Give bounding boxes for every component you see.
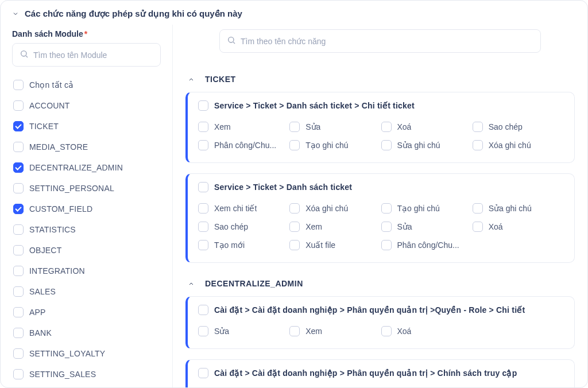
permission-item[interactable]: Sửa	[198, 322, 289, 340]
permission-label: Xem	[214, 122, 231, 131]
chevron-up-icon[interactable]	[188, 76, 195, 83]
module-checkbox[interactable]	[13, 245, 24, 255]
module-checkbox[interactable]	[13, 348, 24, 359]
permission-checkbox[interactable]	[289, 326, 300, 336]
chevron-up-icon[interactable]	[188, 280, 195, 287]
permission-item[interactable]: Xóa ghi chú	[473, 136, 564, 154]
permission-checkbox[interactable]	[198, 122, 208, 132]
permission-item[interactable]: Sao chép	[198, 218, 289, 236]
permission-checkbox[interactable]	[473, 122, 483, 132]
permission-checkbox[interactable]	[381, 326, 392, 336]
module-checkbox[interactable]	[13, 80, 24, 90]
permission-checkbox[interactable]	[473, 203, 483, 214]
permission-checkbox[interactable]	[381, 240, 392, 250]
module-search-input[interactable]	[12, 43, 161, 67]
module-checkbox[interactable]	[13, 369, 24, 379]
permission-checkbox[interactable]	[289, 122, 300, 132]
module-item[interactable]: OBJECT	[12, 241, 161, 259]
permission-checkbox[interactable]	[381, 140, 392, 150]
module-item[interactable]: TICKET	[12, 117, 161, 135]
module-item[interactable]: APP	[12, 303, 161, 321]
section-header[interactable]: DECENTRALIZE_ADMIN	[185, 273, 575, 296]
permission-item[interactable]: Sửa	[381, 218, 473, 236]
permission-checkbox[interactable]	[289, 140, 300, 150]
module-checkbox[interactable]	[13, 100, 24, 111]
permission-item[interactable]: Xóa ghi chú	[289, 199, 381, 218]
permission-item[interactable]: Tạo mới	[473, 385, 564, 387]
permission-item[interactable]: Tạo ghi chú	[289, 136, 381, 154]
module-checkbox[interactable]	[13, 266, 24, 276]
module-label: SALES	[29, 287, 56, 296]
module-checkbox[interactable]	[13, 204, 24, 214]
module-item[interactable]: SETTING_LOYALTY	[12, 344, 161, 363]
permission-item[interactable]: Xem	[289, 322, 381, 340]
card-checkbox[interactable]	[198, 305, 208, 315]
module-checkbox[interactable]	[13, 286, 24, 297]
permission-item[interactable]: Xuất file	[289, 236, 381, 254]
permission-checkbox[interactable]	[473, 140, 483, 150]
permission-checkbox[interactable]	[289, 203, 300, 214]
module-item[interactable]: BANK	[12, 324, 161, 342]
permission-item[interactable]: Sửa ghi chú	[473, 199, 564, 218]
module-item[interactable]: SOCIAL	[12, 386, 161, 387]
permission-item[interactable]: Xoá	[381, 322, 473, 340]
module-item[interactable]: SALES	[12, 282, 161, 301]
permission-checkbox[interactable]	[198, 203, 208, 214]
permission-checkbox[interactable]	[198, 240, 208, 250]
module-checkbox[interactable]	[13, 183, 24, 193]
module-item[interactable]: Chọn tất cả	[12, 76, 161, 94]
permission-item[interactable]: Sửa ghi chú	[381, 136, 473, 154]
section-title: TICKET	[205, 75, 236, 84]
module-list-label: Danh sách Module*	[12, 29, 161, 38]
permission-item[interactable]: Xem chi tiết	[198, 199, 289, 218]
card-checkbox[interactable]	[198, 182, 208, 192]
module-item[interactable]: STATISTICS	[12, 220, 161, 239]
permission-item[interactable]: Xem	[289, 218, 381, 236]
card-checkbox[interactable]	[198, 368, 208, 378]
permission-checkbox[interactable]	[473, 222, 483, 232]
permission-item[interactable]: Xoá	[381, 118, 473, 136]
function-search-input[interactable]	[219, 29, 541, 53]
module-item[interactable]: DECENTRALIZE_ADMIN	[12, 158, 161, 177]
permission-checkbox[interactable]	[198, 222, 208, 232]
card-path: Cài đặt > Cài đặt doanh nghiệp > Phân qu…	[214, 368, 517, 378]
permission-label: Sửa	[305, 122, 320, 131]
module-checkbox[interactable]	[13, 224, 24, 235]
permission-item[interactable]: Phân công/Chu...	[198, 136, 289, 154]
permission-item[interactable]: Tạo mới	[198, 236, 289, 254]
permission-item[interactable]: Sửa	[289, 118, 381, 136]
module-item[interactable]: SETTING_SALES	[12, 365, 161, 383]
permission-checkbox[interactable]	[381, 222, 392, 232]
permission-item[interactable]: Sửa	[198, 385, 289, 387]
permission-item[interactable]: Phân công/Chu...	[381, 236, 473, 254]
module-label: OBJECT	[29, 246, 61, 255]
permission-item[interactable]: Sao chép	[289, 385, 381, 387]
module-item[interactable]: SETTING_PERSONAL	[12, 179, 161, 197]
permission-item[interactable]: Sao chép	[473, 118, 564, 136]
permission-checkbox[interactable]	[198, 326, 208, 336]
collapse-panel-icon[interactable]	[12, 10, 19, 17]
module-item[interactable]: INTEGRATION	[12, 262, 161, 280]
svg-line-1	[26, 56, 28, 57]
module-item[interactable]: CUSTOM_FIELD	[12, 200, 161, 218]
permission-item[interactable]: Tạo ghi chú	[381, 199, 473, 218]
permission-item[interactable]: Xem	[381, 385, 473, 387]
permission-label: Xem	[305, 327, 322, 336]
module-checkbox[interactable]	[13, 142, 24, 152]
module-item[interactable]: MEDIA_STORE	[12, 138, 161, 156]
permission-checkbox[interactable]	[381, 122, 392, 132]
module-checkbox[interactable]	[13, 307, 24, 317]
module-checkbox[interactable]	[13, 121, 24, 131]
permission-checkbox[interactable]	[198, 140, 208, 150]
permission-checkbox[interactable]	[289, 240, 300, 250]
module-checkbox[interactable]	[13, 328, 24, 338]
permission-checkbox[interactable]	[381, 203, 392, 214]
permission-checkbox[interactable]	[289, 222, 300, 232]
permission-item[interactable]: Xem	[198, 118, 289, 136]
section-header[interactable]: TICKET	[185, 69, 575, 92]
module-checkbox[interactable]	[13, 162, 24, 173]
module-label: MEDIA_STORE	[29, 142, 88, 152]
module-item[interactable]: ACCOUNT	[12, 96, 161, 115]
card-checkbox[interactable]	[198, 100, 208, 111]
permission-item[interactable]: Xoá	[473, 218, 564, 236]
